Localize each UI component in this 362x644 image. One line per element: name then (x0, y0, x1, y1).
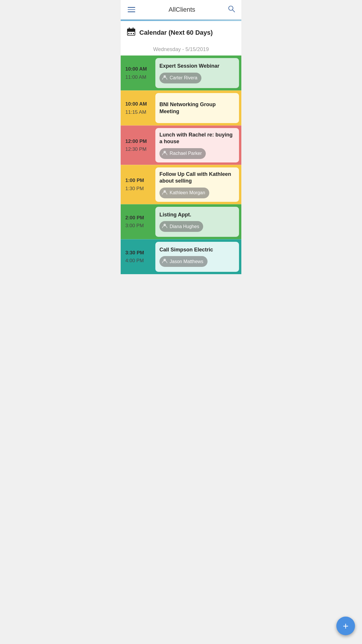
contact-name: Diana Hughes (170, 224, 199, 229)
svg-rect-4 (128, 30, 135, 32)
contact-badge[interactable]: Rachael Parker (159, 148, 206, 159)
contact-badge[interactable]: Diana Hughes (159, 221, 203, 232)
time-end: 11:15 AM (125, 108, 151, 116)
event-time: 10:00 AM11:00 AM (121, 56, 154, 90)
event-card[interactable]: Follow Up Call with Kathleen about selli… (155, 167, 239, 202)
contact-name: Kathleen Morgan (170, 190, 205, 195)
time-end: 1:30 PM (125, 185, 151, 192)
events-list: 10:00 AM11:00 AMExpert Session Webinar C… (121, 55, 241, 274)
event-row[interactable]: 2:00 PM3:00 PMListing Appt. Diana Hughes (121, 204, 241, 239)
svg-rect-6 (133, 27, 133, 30)
person-icon (162, 258, 168, 265)
person-icon (162, 74, 168, 82)
svg-rect-9 (133, 33, 134, 34)
event-title: Expert Session Webinar (159, 63, 235, 69)
contact-name: Jason Matthews (170, 259, 203, 264)
event-card[interactable]: Call Simpson Electric Jason Matthews (155, 242, 239, 272)
calendar-title: Calendar (Next 60 Days) (139, 29, 213, 36)
event-row[interactable]: 1:00 PM1:30 PMFollow Up Call with Kathle… (121, 165, 241, 204)
contact-badge[interactable]: Jason Matthews (159, 256, 208, 267)
event-time: 1:00 PM1:30 PM (121, 165, 154, 204)
time-end: 12:30 PM (125, 145, 151, 153)
event-time: 12:00 PM12:30 PM (121, 126, 154, 165)
time-end: 3:00 PM (125, 222, 151, 230)
event-card[interactable]: Listing Appt. Diana Hughes (155, 207, 239, 237)
hamburger-menu-button[interactable] (126, 6, 136, 13)
person-icon (162, 189, 168, 197)
event-time: 2:00 PM3:00 PM (121, 204, 154, 239)
event-card[interactable]: Expert Session Webinar Carter Rivera (155, 58, 239, 88)
event-time: 3:30 PM4:00 PM (121, 239, 154, 274)
contact-name: Rachael Parker (170, 151, 202, 156)
search-button[interactable] (227, 5, 236, 15)
event-card[interactable]: BNI Networking Group Meeting (155, 93, 239, 123)
event-time: 10:00 AM11:15 AM (121, 91, 154, 125)
svg-line-1 (233, 10, 235, 12)
time-start: 3:30 PM (125, 249, 151, 257)
event-title: Lunch with Rachel re: buying a house (159, 132, 235, 145)
time-end: 4:00 PM (125, 257, 151, 265)
time-start: 2:00 PM (125, 214, 151, 222)
page-content: Calendar (Next 60 Days) Wednesday - 5/15… (121, 21, 241, 274)
event-card[interactable]: Lunch with Rachel re: buying a house Rac… (155, 128, 239, 162)
person-icon (162, 223, 168, 230)
time-start: 10:00 AM (125, 100, 151, 108)
app-title: AllClients (168, 6, 195, 13)
event-title: BNI Networking Group Meeting (159, 101, 235, 115)
calendar-header: Calendar (Next 60 Days) (121, 21, 241, 41)
calendar-icon (126, 27, 136, 38)
event-row[interactable]: 12:00 PM12:30 PMLunch with Rachel re: bu… (121, 125, 241, 165)
event-title: Follow Up Call with Kathleen about selli… (159, 171, 235, 185)
time-start: 1:00 PM (125, 176, 151, 184)
event-row[interactable]: 10:00 AM11:00 AMExpert Session Webinar C… (121, 55, 241, 90)
app-header: AllClients (121, 0, 241, 20)
svg-rect-5 (129, 27, 130, 30)
event-row[interactable]: 3:30 PM4:00 PMCall Simpson Electric Jaso… (121, 239, 241, 274)
event-title: Listing Appt. (159, 211, 235, 218)
time-start: 10:00 AM (125, 65, 151, 73)
time-start: 12:00 PM (125, 137, 151, 145)
svg-rect-8 (131, 33, 132, 34)
time-end: 11:00 AM (125, 73, 151, 81)
event-row[interactable]: 10:00 AM11:15 AMBNI Networking Group Mee… (121, 90, 241, 125)
contact-badge[interactable]: Kathleen Morgan (159, 188, 209, 198)
svg-rect-7 (128, 33, 129, 34)
contact-name: Carter Rivera (170, 75, 197, 80)
date-label: Wednesday - 5/15/2019 (121, 41, 241, 55)
event-title: Call Simpson Electric (159, 246, 235, 253)
person-icon (162, 150, 168, 157)
contact-badge[interactable]: Carter Rivera (159, 73, 201, 83)
